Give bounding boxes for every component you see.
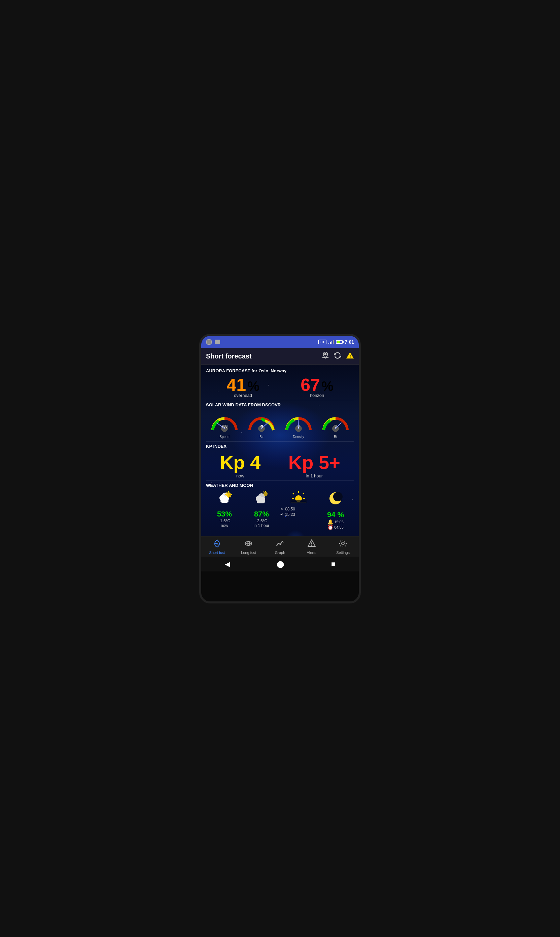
nav-settings[interactable]: Settings bbox=[327, 539, 359, 554]
nav-alerts-label: Alerts bbox=[296, 551, 328, 554]
sunrise-icon bbox=[291, 491, 306, 504]
sunrise-item: ☀ 08:50 ☀ 15:23 bbox=[280, 491, 317, 517]
nav-graph-label: Graph bbox=[264, 551, 296, 554]
gauge-bz-svg: -9 bbox=[246, 410, 277, 434]
weather-row: 53% -1.5°C now bbox=[206, 491, 354, 530]
svg-point-52 bbox=[342, 542, 344, 545]
svg-point-51 bbox=[311, 545, 312, 546]
sunrise-line: ☀ 08:50 bbox=[280, 507, 317, 511]
recent-button[interactable]: ■ bbox=[331, 560, 335, 568]
aurora-header: AURORA FORECAST for Oslo, Norway bbox=[206, 368, 354, 373]
gauge-bt: 3 Bt bbox=[320, 410, 351, 439]
svg-point-46 bbox=[216, 543, 218, 545]
sunrise-times: ☀ 08:50 ☀ 15:23 bbox=[280, 507, 317, 517]
weather-now: 53% -1.5°C now bbox=[206, 491, 243, 528]
moon-icon bbox=[328, 491, 343, 506]
svg-line-39 bbox=[293, 493, 294, 494]
weather-now-icon bbox=[206, 491, 243, 508]
kp-now: Kp 4 now bbox=[220, 451, 260, 479]
top-bar: Short forecast ! bbox=[201, 348, 359, 365]
gauge-bt-label: Bt bbox=[320, 435, 351, 439]
moon-alarm1: 15:05 bbox=[334, 520, 344, 524]
nav-long-fcst[interactable]: Long fcst bbox=[233, 539, 265, 554]
svg-text:-9: -9 bbox=[260, 424, 263, 428]
status-time: 7:01 bbox=[345, 339, 354, 345]
home-button[interactable]: ⬤ bbox=[277, 560, 284, 568]
gauges-row: 783 Speed -9 Bz bbox=[206, 410, 354, 439]
weather-1hr-icon bbox=[243, 491, 280, 508]
nav-short-fcst-label: Short fcst bbox=[201, 551, 233, 554]
bottom-nav: Short fcst Long fcst Graph bbox=[201, 536, 359, 557]
svg-line-34 bbox=[263, 492, 264, 492]
moon-pct: 94 % bbox=[317, 511, 354, 519]
gauge-speed: 783 Speed bbox=[209, 410, 240, 439]
refresh-icon[interactable] bbox=[334, 352, 341, 361]
weather-1hr-label: in 1 hour bbox=[243, 523, 280, 528]
device-frame: LTE ⚡ 7:01 Short forecast bbox=[199, 334, 361, 604]
cloudy-sun-icon-2 bbox=[253, 491, 270, 505]
main-content: AURORA FORECAST for Oslo, Norway 41 % ov… bbox=[201, 365, 359, 536]
network-icon bbox=[206, 339, 212, 345]
svg-rect-18 bbox=[220, 499, 229, 503]
gauge-speed-svg: 783 bbox=[209, 410, 240, 434]
short-fcst-icon bbox=[201, 539, 233, 550]
solar-wind-title: SOLAR WIND DATA FROM DSCOVR bbox=[206, 402, 354, 408]
weather-now-pct: 53% bbox=[206, 510, 243, 519]
nav-alerts[interactable]: Alerts bbox=[296, 539, 328, 554]
kp-index-title: KP INDEX bbox=[206, 444, 354, 449]
sunset-line: ☀ 15:23 bbox=[280, 512, 317, 517]
moon-item: 94 % 🔔 15:05 ⏰ 04:55 bbox=[317, 491, 354, 530]
moon-alarm2: 04:55 bbox=[334, 525, 344, 529]
horizon-value: 67 bbox=[300, 375, 320, 395]
horizon-symbol: % bbox=[322, 379, 334, 394]
kp-now-label: now bbox=[220, 473, 260, 479]
lte-badge: LTE bbox=[318, 340, 326, 344]
svg-point-30 bbox=[263, 492, 268, 496]
gauge-bz: -9 Bz bbox=[246, 410, 277, 439]
gauge-density: 8 Density bbox=[283, 410, 314, 439]
alerts-icon bbox=[296, 539, 328, 550]
overhead-symbol: % bbox=[247, 379, 260, 394]
weather-title: WEATHER AND MOON bbox=[206, 483, 354, 488]
weather-now-temp: -1.5°C bbox=[206, 519, 243, 523]
gauge-density-label: Density bbox=[283, 435, 314, 439]
gauge-speed-label: Speed bbox=[209, 435, 240, 439]
sim-icon bbox=[215, 340, 220, 344]
kp-now-value: Kp 4 bbox=[220, 451, 260, 473]
warning-icon[interactable]: ! bbox=[346, 351, 354, 361]
weather-1hr-temp: -2.5°C bbox=[243, 519, 280, 523]
svg-text:8: 8 bbox=[297, 424, 300, 428]
location-icon[interactable] bbox=[322, 351, 329, 361]
back-button[interactable]: ◀ bbox=[225, 560, 230, 568]
nav-graph[interactable]: Graph bbox=[264, 539, 296, 554]
long-fcst-icon bbox=[233, 539, 265, 550]
gauge-density-svg: 8 bbox=[283, 410, 314, 434]
sunset-time: 15:23 bbox=[285, 512, 295, 517]
weather-1hr: 87% -2.5°C in 1 hour bbox=[243, 491, 280, 528]
signal-icon bbox=[328, 340, 334, 344]
nav-long-fcst-label: Long fcst bbox=[233, 551, 265, 554]
sunrise-time: 08:50 bbox=[285, 507, 295, 511]
aurora-overhead: 41 % overhead bbox=[226, 375, 259, 398]
nav-short-fcst[interactable]: Short fcst bbox=[201, 539, 233, 554]
aurora-row: 41 % overhead 67 % horizon bbox=[206, 375, 354, 398]
kp-forecast-label: in 1 hour bbox=[288, 473, 340, 479]
weather-1hr-pct: 87% bbox=[243, 510, 280, 519]
status-bar: LTE ⚡ 7:01 bbox=[201, 336, 359, 348]
page-title: Short forecast bbox=[206, 352, 252, 360]
android-nav: ◀ ⬤ ■ bbox=[201, 557, 359, 571]
svg-point-0 bbox=[325, 353, 326, 355]
aurora-horizon: 67 % horizon bbox=[300, 375, 333, 398]
svg-line-40 bbox=[303, 493, 304, 494]
overhead-value: 41 bbox=[226, 375, 246, 395]
nav-settings-label: Settings bbox=[327, 551, 359, 554]
gauge-bz-label: Bz bbox=[246, 435, 277, 439]
battery-icon: ⚡ bbox=[336, 340, 343, 344]
kp-forecast: Kp 5+ in 1 hour bbox=[288, 451, 340, 479]
svg-point-19 bbox=[226, 492, 231, 497]
graph-icon bbox=[264, 539, 296, 550]
svg-rect-29 bbox=[257, 500, 265, 503]
svg-point-45 bbox=[333, 492, 343, 501]
kp-row: Kp 4 now Kp 5+ in 1 hour bbox=[206, 451, 354, 479]
kp-forecast-value: Kp 5+ bbox=[288, 451, 340, 473]
